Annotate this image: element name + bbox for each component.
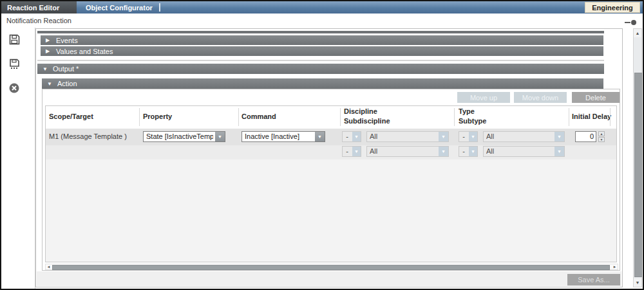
scroll-right-icon[interactable]: ▸ [612, 264, 618, 269]
column-divider [454, 108, 455, 126]
save-button[interactable] [8, 33, 21, 46]
property-dropdown[interactable]: State [IsInactiveTemplate] ▼ [143, 131, 225, 142]
tab-separator [159, 3, 160, 12]
discard-icon [8, 82, 20, 94]
command-dropdown[interactable]: Inactive [Inactive] ▼ [242, 131, 325, 142]
tab-label: Reaction Editor [7, 4, 59, 12]
horizontal-scrollbar[interactable]: ◂ ▸ [45, 264, 618, 270]
chevron-down-icon: ▼ [215, 132, 225, 141]
divider [37, 60, 604, 61]
scroll-left-icon[interactable]: ◂ [46, 264, 52, 269]
save-as-icon [8, 58, 21, 70]
delete-button[interactable]: Delete [572, 92, 620, 103]
dropdown-value: - [459, 132, 468, 141]
dropdown-value: All [486, 132, 553, 141]
subtype-dropdown[interactable]: All ▼ [483, 146, 565, 157]
spinner-up-icon[interactable]: ▲ [598, 131, 605, 136]
section-label: Events [56, 37, 78, 44]
page-title: Notification Reaction [6, 17, 71, 24]
dropdown-value: - [459, 147, 468, 156]
tab-label: Object Configurator [86, 4, 153, 12]
subdiscipline-operator-dropdown[interactable]: - ▼ [342, 146, 361, 157]
horizontal-scroll-thumb[interactable] [52, 265, 610, 270]
type-dropdown[interactable]: All ▼ [483, 131, 565, 142]
section-action[interactable]: ▼ Action [42, 78, 603, 89]
reaction-editor-window: Reaction Editor Object Configurator Engi… [0, 0, 644, 290]
chevron-down-icon: ▼ [469, 132, 477, 141]
col-header-subtype: Subtype [459, 117, 486, 125]
bottom-strip [37, 271, 621, 286]
tab-object-configurator[interactable]: Object Configurator [77, 1, 162, 14]
top-strip [37, 31, 604, 33]
col-header-discipline: Discipline [344, 107, 377, 115]
column-divider [610, 108, 611, 126]
pin-line [625, 22, 630, 23]
chevron-right-icon: ▶ [46, 35, 52, 45]
tab-reaction-editor[interactable]: Reaction Editor [1, 1, 77, 14]
chevron-down-icon: ▼ [554, 147, 564, 156]
dropdown-value: - [343, 132, 352, 141]
initial-delay-field: 0 ▲ ▼ [575, 131, 606, 142]
type-operator-dropdown[interactable]: - ▼ [459, 131, 478, 142]
dropdown-value: All [370, 147, 437, 156]
initial-delay-input[interactable]: 0 [575, 131, 596, 142]
subtype-operator-dropdown[interactable]: - ▼ [459, 146, 478, 157]
column-divider [238, 108, 239, 126]
pin-dot [631, 20, 636, 25]
section-label: Output * [53, 65, 79, 73]
discipline-dropdown[interactable]: All ▼ [366, 131, 449, 142]
spinner-down-icon[interactable]: ▼ [598, 137, 605, 142]
delay-spinner: ▲ ▼ [598, 131, 605, 142]
chevron-down-icon: ▼ [439, 147, 448, 156]
scroll-up-icon[interactable]: ▲ [634, 29, 641, 37]
dropdown-value: - [343, 147, 352, 156]
chevron-right-icon: ▶ [46, 46, 52, 56]
editor-panel: ▶ Events ▶ Values and States ▼ Output * … [35, 28, 623, 287]
column-divider [139, 108, 140, 126]
discard-button[interactable] [8, 82, 21, 95]
move-up-button[interactable]: Move up [457, 92, 510, 103]
chevron-down-icon: ▼ [554, 132, 564, 141]
tab-bar: Reaction Editor Object Configurator Engi… [1, 1, 643, 14]
save-as-button[interactable] [8, 58, 21, 71]
chevron-down-icon: ▼ [352, 147, 361, 156]
subdiscipline-dropdown[interactable]: All ▼ [366, 146, 449, 157]
scroll-down-icon[interactable]: ▼ [634, 278, 641, 287]
chevron-down-icon: ▼ [352, 132, 361, 141]
breadcrumb-row: Notification Reaction [1, 14, 643, 28]
section-values-states[interactable]: ▶ Values and States [41, 46, 603, 56]
col-header-type: Type [459, 107, 475, 115]
cell-scope-target: M1 (Message Template ) [49, 132, 127, 140]
col-header-command: Command [242, 113, 276, 120]
move-down-button[interactable]: Move down [514, 92, 567, 103]
chevron-down-icon: ▼ [43, 64, 49, 74]
col-header-property: Property [143, 113, 172, 120]
section-label: Values and States [56, 48, 113, 55]
pin-icon[interactable] [625, 20, 636, 25]
dropdown-value: All [370, 132, 437, 141]
left-toolbar [1, 28, 35, 289]
section-events[interactable]: ▶ Events [41, 35, 603, 45]
column-divider [340, 108, 341, 126]
chevron-down-icon: ▼ [439, 132, 448, 141]
action-table: Scope/Target Property Command Discipline… [45, 105, 617, 262]
dropdown-value: Inactive [Inactive] [245, 132, 313, 141]
col-header-subdiscipline: Subdiscipline [344, 117, 390, 125]
column-divider [569, 108, 569, 126]
discipline-operator-dropdown[interactable]: - ▼ [342, 131, 361, 142]
chevron-down-icon: ▼ [315, 132, 325, 141]
save-as-dialog-button[interactable]: Save As... [567, 274, 620, 285]
dropdown-value: All [486, 147, 553, 156]
col-header-scope-target: Scope/Target [49, 113, 93, 120]
engineering-button[interactable]: Engineering [585, 2, 640, 13]
action-panel: Move up Move down Delete Scope/Target Pr… [42, 89, 620, 271]
table-body-empty [46, 159, 616, 262]
vertical-scroll-thumb[interactable] [634, 73, 642, 277]
vertical-scrollbar[interactable]: ▲ ▼ [633, 28, 642, 287]
chevron-down-icon: ▼ [47, 79, 53, 89]
col-header-initial-delay: Initial Delay [572, 113, 611, 120]
dropdown-value: State [IsInactiveTemplate] [146, 132, 213, 141]
chevron-down-icon: ▼ [469, 147, 477, 156]
section-output[interactable]: ▼ Output * [37, 64, 604, 74]
save-icon [8, 33, 21, 46]
